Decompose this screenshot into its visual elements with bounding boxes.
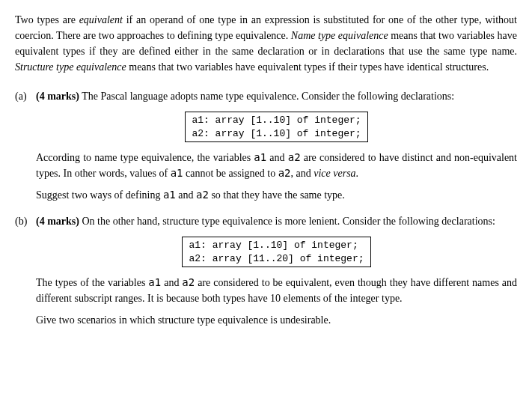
- code-inline: a1: [163, 189, 176, 201]
- vice-versa: vice versa: [314, 168, 355, 179]
- instruction-text: so that they have the same type.: [209, 189, 345, 201]
- question-b-marks: (4 marks): [36, 216, 79, 227]
- body-text: and: [161, 277, 182, 288]
- body-text: .: [356, 168, 359, 179]
- term-equivalent: equivalent: [79, 14, 123, 25]
- intro-text: means that two variables have equivalent…: [126, 61, 489, 73]
- code-block-a: a1: array [1..10] of integer; a2: array …: [185, 112, 367, 142]
- term-structure-type-equivalence: Structure type equivalence: [15, 61, 126, 73]
- term-name-type-equivalence: Name type equivalence: [291, 30, 388, 41]
- code-inline: a1: [148, 276, 161, 288]
- question-b-label: (b): [15, 213, 36, 229]
- question-a-body: According to name type equivalence, the …: [36, 150, 517, 181]
- question-a-intro: (a) (4 marks) The Pascal language adopts…: [36, 88, 517, 104]
- instruction-text: Suggest two ways of defining: [36, 189, 163, 201]
- body-text: , and: [291, 168, 314, 179]
- question-b-intro-text: On the other hand, structure type equiva…: [79, 216, 495, 227]
- body-text: and: [266, 152, 288, 163]
- intro-paragraph: Two types are equivalent if an operand o…: [15, 12, 517, 75]
- question-b: (b) (4 marks) On the other hand, structu…: [15, 213, 517, 328]
- code-block-b: a1: array [1..10] of integer; a2: array …: [182, 237, 370, 267]
- code-inline: a2: [182, 276, 195, 288]
- question-a-label: (a): [15, 88, 36, 104]
- code-inline: a1: [171, 167, 183, 179]
- question-b-body: The types of the variables a1 and a2 are…: [36, 275, 517, 306]
- intro-text: Two types are: [15, 14, 79, 25]
- body-text: According to name type equivalence, the …: [36, 152, 254, 163]
- code-inline: a2: [196, 189, 209, 201]
- code-inline: a2: [278, 167, 291, 179]
- question-a-intro-text: The Pascal language adopts name type equ…: [79, 91, 454, 102]
- question-a-marks: (4 marks): [36, 91, 79, 102]
- question-a-instruction: Suggest two ways of defining a1 and a2 s…: [36, 187, 517, 203]
- question-b-intro: (b) (4 marks) On the other hand, structu…: [36, 213, 517, 229]
- code-inline: a2: [288, 151, 301, 163]
- body-text: cannot be assigned to: [183, 168, 278, 179]
- question-b-instruction: Give two scenarios in which structure ty…: [36, 312, 517, 328]
- instruction-text: and: [176, 189, 196, 201]
- code-inline: a1: [254, 151, 266, 163]
- question-a: (a) (4 marks) The Pascal language adopts…: [15, 88, 517, 203]
- body-text: The types of the variables: [36, 277, 148, 288]
